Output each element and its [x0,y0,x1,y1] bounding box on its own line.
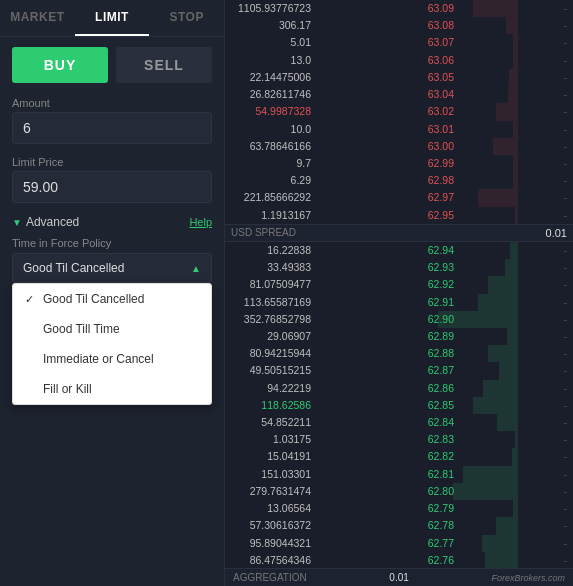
agg-label: AGGREGATION [233,572,307,583]
qty-cell: 26.82611746 [231,87,311,102]
price-cell: 63.02 [404,104,454,119]
dash-cell: - [547,53,567,68]
price-cell: 63.05 [404,70,454,85]
price-cell: 62.97 [404,190,454,205]
qty-cell: 57.30616372 [231,518,311,533]
dash-cell: - [547,87,567,102]
orderbook-rows: 1105.9377672363.09-306.1763.08-5.0163.07… [225,0,573,568]
price-cell: 62.85 [404,398,454,413]
dash-cell: - [547,173,567,188]
dash-cell: - [547,346,567,361]
buy-sell-row: BUY SELL [0,37,224,93]
tab-market[interactable]: MARKET [0,0,75,36]
dash-cell: - [547,484,567,499]
dash-cell: - [547,35,567,50]
table-row: 54.85221162.84- [225,414,573,431]
tab-limit[interactable]: LIMIT [75,0,150,36]
price-cell: 63.01 [404,122,454,137]
aggregation-bar: AGGREGATION 0.01 ForexBrokers.com [225,568,573,586]
dash-cell: - [547,415,567,430]
dash-cell: - [547,70,567,85]
table-row: 33.4938362.93- [225,259,573,276]
checkmark-icon: ✓ [25,293,37,306]
qty-cell: 16.22838 [231,243,311,258]
dash-cell: - [547,518,567,533]
forex-logo: ForexBrokers.com [491,573,565,583]
qty-cell: 95.89044321 [231,536,311,551]
limit-price-label: Limit Price [0,152,224,171]
qty-cell: 1.1913167 [231,208,311,223]
tif-select-display[interactable]: Good Til Cancelled ▲ [12,253,212,283]
dash-cell: - [547,122,567,137]
tif-option-gtt[interactable]: Good Till Time [13,314,211,344]
advanced-toggle[interactable]: ▼ Advanced [12,215,79,229]
price-cell: 62.89 [404,329,454,344]
qty-cell: 54.9987328 [231,104,311,119]
dash-cell: - [547,190,567,205]
qty-cell: 5.01 [231,35,311,50]
dash-cell: - [547,398,567,413]
amount-input[interactable] [13,113,208,143]
price-cell: 62.99 [404,156,454,171]
dash-cell: - [547,432,567,447]
qty-cell: 118.62586 [231,398,311,413]
price-cell: 62.77 [404,536,454,551]
spread-label: USD SPREAD [231,227,296,238]
table-row: 118.6258662.85- [225,397,573,414]
limit-price-input-row: USD [12,171,212,203]
table-row: 26.8261174663.04- [225,86,573,103]
table-row: 6.2962.98- [225,172,573,189]
table-row: 63.7864616663.00- [225,138,573,155]
table-row: 13.0656462.79- [225,500,573,517]
table-row: 57.3061637262.78- [225,517,573,534]
help-link[interactable]: Help [189,216,212,228]
table-row: 5.0163.07- [225,34,573,51]
table-row: 49.5051521562.87- [225,362,573,379]
limit-price-unit: USD [208,180,212,194]
qty-cell: 81.07509477 [231,277,311,292]
price-cell: 63.00 [404,139,454,154]
tab-stop[interactable]: STOP [149,0,224,36]
qty-cell: 1.03175 [231,432,311,447]
buy-button[interactable]: BUY [12,47,108,83]
dash-cell: - [547,104,567,119]
sell-button[interactable]: SELL [116,47,212,83]
qty-cell: 29.06907 [231,329,311,344]
qty-cell: 1105.93776723 [231,1,311,16]
tif-option-ioc-label: Immediate or Cancel [43,352,154,366]
dash-cell: - [547,449,567,464]
tif-option-ioc[interactable]: Immediate or Cancel [13,344,211,374]
price-cell: 62.86 [404,381,454,396]
qty-cell: 13.0 [231,53,311,68]
dash-cell: - [547,295,567,310]
price-cell: 62.92 [404,277,454,292]
dash-cell: - [547,18,567,33]
table-row: 86.4756434662.76- [225,552,573,568]
tif-menu: ✓ Good Til Cancelled Good Till Time Imme… [12,283,212,405]
qty-cell: 80.94215944 [231,346,311,361]
amount-label: Amount [0,93,224,112]
tif-option-gtc-label: Good Til Cancelled [43,292,144,306]
order-tabs: MARKET LIMIT STOP [0,0,224,37]
price-cell: 62.98 [404,173,454,188]
qty-cell: 13.06564 [231,501,311,516]
qty-cell: 94.22219 [231,381,311,396]
price-cell: 63.09 [404,1,454,16]
limit-price-input[interactable] [13,172,208,202]
price-cell: 63.07 [404,35,454,50]
right-panel: 1105.9377672363.09-306.1763.08-5.0163.07… [225,0,573,586]
dash-cell: - [547,312,567,327]
dash-cell: - [547,553,567,568]
table-row: 94.2221962.86- [225,380,573,397]
dash-cell: - [547,501,567,516]
qty-cell: 9.7 [231,156,311,171]
tif-option-gtc[interactable]: ✓ Good Til Cancelled [13,284,211,314]
tif-option-fok-label: Fill or Kill [43,382,92,396]
price-cell: 62.95 [404,208,454,223]
tif-option-fok[interactable]: Fill or Kill [13,374,211,404]
tif-option-gtt-label: Good Till Time [43,322,120,336]
table-row: 1105.9377672363.09- [225,0,573,17]
qty-cell: 33.49383 [231,260,311,275]
qty-cell: 352.76852798 [231,312,311,327]
table-row: 352.7685279862.90- [225,311,573,328]
